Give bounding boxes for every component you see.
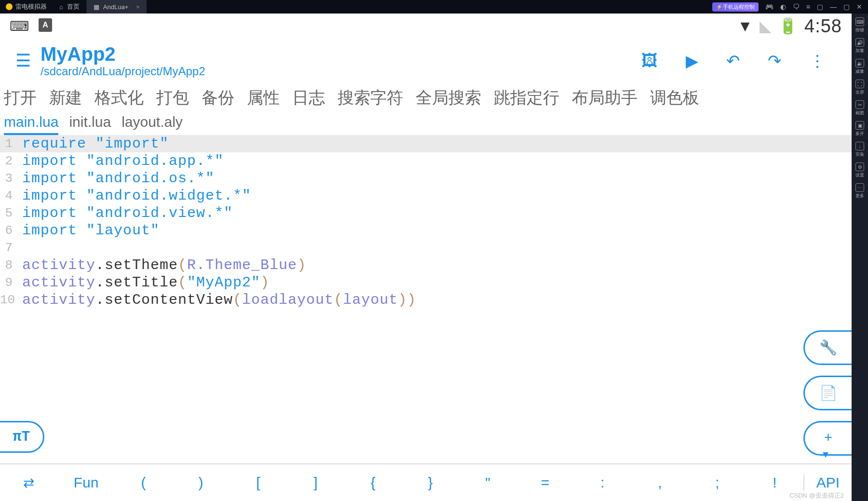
tool-0[interactable]: 打开 [4,87,37,109]
emu-side-8[interactable]: ⋯更多 [855,183,864,199]
notification-icon[interactable]: 🗨 [793,3,800,11]
side-icon: 🔊 [855,38,864,47]
keyboard-icon[interactable]: ⌨ [10,18,29,34]
moon-icon[interactable]: ◐ [780,3,786,11]
hamburger-menu-icon[interactable]: ☰ [12,47,41,75]
multi-window-icon[interactable]: ▢ [817,3,823,11]
remote-control-button[interactable]: ⚡手机远程控制 [712,2,759,12]
toolbar: 打开新建格式化打包备份属性日志搜索字符全局搜索跳指定行布局助手调色板 [0,83,852,111]
file-tab-layout.aly[interactable]: layout.aly [122,114,183,135]
tool-7[interactable]: 搜索字符 [338,87,403,109]
emu-side-2[interactable]: 🔉减量 [855,59,864,75]
symbol-8[interactable]: " [459,474,516,491]
emulator-name: 雷电模拟器 [15,2,47,11]
symbol-6[interactable]: { [344,474,402,491]
tool-2[interactable]: 格式化 [95,87,144,109]
emulator-tab-andlua[interactable]: ▦ AndLua+ × [87,0,147,14]
line-number: 2 [0,154,15,168]
side-icon: ⛶ [855,80,864,88]
symbol-2[interactable]: ( [115,474,172,491]
side-icon: ✂ [855,100,864,109]
symbol-12[interactable]: ; [689,474,746,491]
symbol-bar: ⇄Fun()[]{}"=:,;!API [0,463,852,501]
line-number: 3 [0,171,15,186]
side-icon: ↓ [855,142,864,150]
tool-5[interactable]: 属性 [247,87,280,109]
home-icon: ⌂ [59,3,63,11]
emu-side-4[interactable]: ✂截图 [855,100,864,116]
caret-down-icon[interactable]: ▼ [823,449,828,460]
emulator-logo: 雷电模拟器 [0,2,53,11]
symbol-3[interactable]: ) [172,474,230,491]
file-fab[interactable]: 📄 [803,376,852,410]
language-badge[interactable]: A [39,18,52,32]
line-number: 4 [0,189,15,203]
code-line[interactable]: 8activity.setTheme(R.Theme_Blue) [0,257,852,274]
file-tab-init.lua[interactable]: init.lua [69,114,111,135]
battery-icon: 🔋 [778,17,798,35]
code-line[interactable]: 6import "layout" [0,222,852,239]
tool-1[interactable]: 新建 [49,87,82,109]
play-icon[interactable]: ▶ [686,51,698,70]
tool-9[interactable]: 跳指定行 [494,87,559,109]
file-tabs: main.luainit.lualayout.aly [0,111,852,135]
tool-4[interactable]: 备份 [202,87,234,109]
tool-10[interactable]: 布局助手 [572,87,637,109]
tool-3[interactable]: 打包 [156,87,189,109]
overflow-menu-icon[interactable]: ⋮ [809,51,826,70]
app-header: ☰ MyApp2 /sdcard/AndLua/project/MyApp2 🖼… [0,39,852,83]
tool-8[interactable]: 全局搜索 [416,87,481,109]
file-tab-main.lua[interactable]: main.lua [4,114,58,135]
code-line[interactable]: 5import "android.view.*" [0,204,852,222]
emu-side-3[interactable]: ⛶全屏 [855,80,864,95]
symbol-11[interactable]: , [631,474,689,491]
minimize-icon[interactable]: — [830,3,837,11]
symbol-10[interactable]: : [574,474,631,491]
line-number: 5 [0,206,15,220]
side-icon: ⌨ [855,17,864,26]
emu-side-0[interactable]: ⌨按键 [855,17,864,33]
logo-icon [6,3,13,10]
maximize-icon[interactable]: ▢ [843,3,850,11]
image-icon[interactable]: 🖼 [641,51,658,70]
tools-fab[interactable]: 🔧 [803,330,852,365]
app-icon: ▦ [94,3,99,11]
emu-side-6[interactable]: ↓安装 [855,142,864,158]
text-size-button[interactable]: πT [0,421,44,453]
code-line[interactable]: 4import "android.widget.*" [0,187,852,204]
line-number: 7 [0,241,15,255]
side-icon: 🔉 [855,59,864,68]
close-tab-icon[interactable]: × [136,3,140,11]
code-line[interactable]: 10activity.setContentView(loadlayout(lay… [0,291,852,309]
code-line[interactable]: 2import "android.app.*" [0,152,852,170]
side-icon: ▣ [855,121,864,130]
emu-side-1[interactable]: 🔊加量 [855,38,864,54]
symbol-1[interactable]: Fun [57,474,115,491]
emu-side-5[interactable]: ▣多开 [855,121,864,137]
symbol-4[interactable]: [ [230,474,287,491]
emu-side-7[interactable]: ⚙设置 [855,162,864,178]
redo-icon[interactable]: ↷ [768,51,781,70]
menu-icon[interactable]: ≡ [806,3,810,11]
app-window: ⌨ A ▼ ◣ 🔋 4:58 ☰ MyApp2 /sdcard/AndLua/p… [0,14,852,501]
code-line[interactable]: 3import "android.os.*" [0,170,852,187]
symbol-7[interactable]: } [402,474,459,491]
undo-icon[interactable]: ↶ [726,51,740,70]
project-path: /sdcard/AndLua/project/MyApp2 [41,65,205,78]
symbol-api[interactable]: API [803,474,852,491]
close-window-icon[interactable]: ✕ [856,3,862,11]
symbol-9[interactable]: = [516,474,574,491]
code-line[interactable]: 1require "import" [0,135,852,152]
code-line[interactable]: 9activity.setTitle("MyApp2") [0,274,852,291]
symbol-5[interactable]: ] [287,474,344,491]
tool-11[interactable]: 调色板 [650,87,699,109]
symbol-0[interactable]: ⇄ [0,475,57,491]
tool-6[interactable]: 日志 [292,87,325,109]
emulator-tab-home[interactable]: ⌂ 首页 [53,0,87,14]
code-line[interactable]: 7 [0,239,852,257]
symbol-13[interactable]: ! [746,474,803,491]
android-status-bar: ⌨ A ▼ ◣ 🔋 4:58 [0,14,852,39]
project-title: MyApp2 [41,43,205,65]
gamepad-icon[interactable]: 🎮 [765,3,773,11]
code-editor[interactable]: 1require "import"2import "android.app.*"… [0,135,852,501]
